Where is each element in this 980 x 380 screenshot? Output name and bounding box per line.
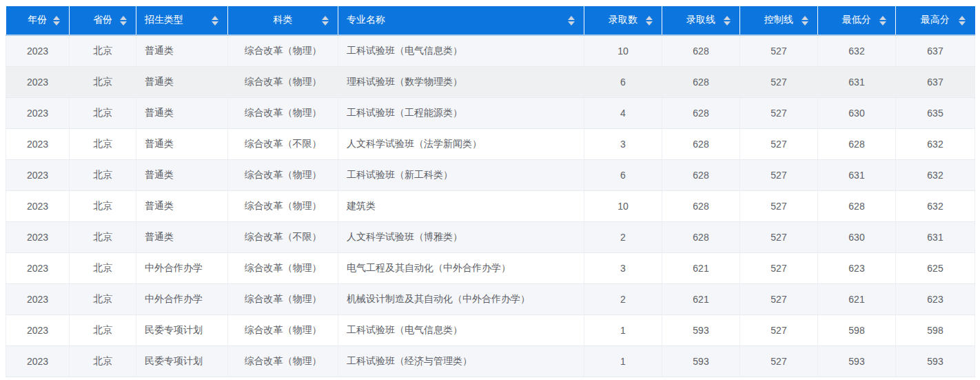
cell-subject_category: 综合改革（物理）: [228, 191, 338, 222]
cell-max_score: 632: [896, 191, 975, 222]
column-header-year[interactable]: 年份: [6, 6, 70, 35]
cell-max_score: 635: [896, 98, 975, 129]
cell-admitted_count: 1: [584, 346, 662, 377]
table-row[interactable]: 2023北京民委专项计划综合改革（物理）工科试验班（电气信息类）15935275…: [6, 315, 975, 346]
sort-icon[interactable]: [646, 16, 653, 26]
cell-year: 2023: [6, 253, 70, 284]
cell-major_name: 建筑类: [338, 191, 584, 222]
cell-province: 北京: [70, 67, 136, 98]
cell-admission_type: 普通类: [136, 160, 228, 191]
cell-major_name: 电气工程及其自动化（中外合作办学）: [338, 253, 584, 284]
column-header-admission_type[interactable]: 招生类型: [136, 6, 228, 35]
column-header-label: 省份: [93, 14, 112, 26]
column-header-province[interactable]: 省份: [70, 6, 136, 35]
cell-province: 北京: [70, 253, 136, 284]
cell-min_score: 630: [818, 98, 896, 129]
cell-province: 北京: [70, 129, 136, 160]
cell-min_score: 632: [818, 35, 896, 67]
table-row[interactable]: 2023北京普通类综合改革（不限）人文科学试验班（法学新闻类）362852762…: [6, 129, 975, 160]
cell-year: 2023: [6, 222, 70, 253]
cell-major_name: 理科试验班（数学物理类）: [338, 67, 584, 98]
sort-icon[interactable]: [212, 16, 218, 26]
cell-admission_line: 628: [662, 67, 740, 98]
cell-subject_category: 综合改革（不限）: [228, 222, 338, 253]
cell-province: 北京: [70, 315, 136, 346]
cell-control_line: 527: [740, 284, 818, 315]
sort-icon[interactable]: [568, 16, 575, 26]
column-header-label: 科类: [274, 14, 293, 26]
cell-admission_line: 621: [662, 253, 740, 284]
sort-icon[interactable]: [322, 16, 329, 26]
column-header-admitted_count[interactable]: 录取数: [584, 6, 662, 35]
cell-year: 2023: [6, 191, 70, 222]
cell-min_score: 621: [818, 284, 896, 315]
cell-admission_line: 628: [662, 129, 740, 160]
cell-admission_line: 621: [662, 284, 740, 315]
cell-subject_category: 综合改革（物理）: [228, 98, 338, 129]
cell-year: 2023: [6, 129, 70, 160]
cell-admission_line: 628: [662, 222, 740, 253]
column-header-control_line[interactable]: 控制线: [740, 6, 818, 35]
table-row[interactable]: 2023北京普通类综合改革（物理）建筑类10628527628632: [6, 191, 975, 222]
column-header-admission_line[interactable]: 录取线: [662, 6, 740, 35]
sort-icon[interactable]: [120, 16, 127, 26]
sort-icon[interactable]: [724, 16, 731, 26]
cell-min_score: 631: [818, 160, 896, 191]
cell-province: 北京: [70, 284, 136, 315]
cell-admission_line: 628: [662, 160, 740, 191]
cell-admission_type: 中外合作办学: [136, 284, 228, 315]
cell-major_name: 工科试验班（经济与管理类）: [338, 346, 584, 377]
cell-admitted_count: 3: [584, 253, 662, 284]
cell-major_name: 机械设计制造及其自动化（中外合作办学）: [338, 284, 584, 315]
cell-admitted_count: 10: [584, 191, 662, 222]
cell-control_line: 527: [740, 160, 818, 191]
cell-subject_category: 综合改革（物理）: [228, 284, 338, 315]
cell-control_line: 527: [740, 191, 818, 222]
column-header-max_score[interactable]: 最高分: [896, 6, 975, 35]
sort-icon[interactable]: [879, 16, 886, 26]
cell-major_name: 工科试验班（新工科类）: [338, 160, 584, 191]
sort-icon[interactable]: [959, 16, 966, 26]
cell-province: 北京: [70, 191, 136, 222]
cell-min_score: 628: [818, 191, 896, 222]
cell-admission_line: 628: [662, 191, 740, 222]
column-header-subject_category[interactable]: 科类: [228, 6, 338, 35]
column-header-label: 专业名称: [347, 14, 385, 26]
table-row[interactable]: 2023北京普通类综合改革（物理）工科试验班（工程能源类）46285276306…: [6, 98, 975, 129]
cell-major_name: 工科试验班（工程能源类）: [338, 98, 584, 129]
table-row[interactable]: 2023北京普通类综合改革（物理）工科试验班（电气信息类）10628527632…: [6, 35, 975, 67]
cell-province: 北京: [70, 35, 136, 67]
column-header-major_name[interactable]: 专业名称: [338, 6, 584, 35]
cell-admission_type: 普通类: [136, 35, 228, 67]
cell-control_line: 527: [740, 222, 818, 253]
cell-min_score: 593: [818, 346, 896, 377]
cell-province: 北京: [70, 346, 136, 377]
cell-subject_category: 综合改革（不限）: [228, 129, 338, 160]
cell-control_line: 527: [740, 67, 818, 98]
cell-admitted_count: 10: [584, 35, 662, 67]
cell-control_line: 527: [740, 346, 818, 377]
cell-min_score: 630: [818, 222, 896, 253]
cell-major_name: 工科试验班（电气信息类）: [338, 315, 584, 346]
table-row[interactable]: 2023北京普通类综合改革（不限）人文科学试验班（博雅类）26285276306…: [6, 222, 975, 253]
column-header-min_score[interactable]: 最低分: [818, 6, 896, 35]
cell-control_line: 527: [740, 35, 818, 67]
cell-admission_type: 普通类: [136, 98, 228, 129]
cell-year: 2023: [6, 98, 70, 129]
column-header-label: 录取数: [609, 14, 637, 26]
cell-max_score: 631: [896, 222, 975, 253]
cell-admission_line: 593: [662, 346, 740, 377]
sort-icon[interactable]: [53, 16, 60, 26]
table-row[interactable]: 2023北京普通类综合改革（物理）理科试验班（数学物理类）66285276316…: [6, 67, 975, 98]
cell-subject_category: 综合改革（物理）: [228, 253, 338, 284]
table-header-row: 年份省份招生类型科类专业名称录取数录取线控制线最低分最高分: [6, 6, 975, 35]
table-row[interactable]: 2023北京普通类综合改革（物理）工科试验班（新工科类）662852763163…: [6, 160, 975, 191]
cell-min_score: 628: [818, 129, 896, 160]
table-row[interactable]: 2023北京民委专项计划综合改革（物理）工科试验班（经济与管理类）1593527…: [6, 346, 975, 377]
table-row[interactable]: 2023北京中外合作办学综合改革（物理）机械设计制造及其自动化（中外合作办学）2…: [6, 284, 975, 315]
table-container: 年份省份招生类型科类专业名称录取数录取线控制线最低分最高分 2023北京普通类综…: [6, 6, 974, 377]
cell-control_line: 527: [740, 129, 818, 160]
table-row[interactable]: 2023北京中外合作办学综合改革（物理）电气工程及其自动化（中外合作办学）362…: [6, 253, 975, 284]
sort-icon[interactable]: [802, 16, 808, 26]
cell-major_name: 人文科学试验班（法学新闻类）: [338, 129, 584, 160]
